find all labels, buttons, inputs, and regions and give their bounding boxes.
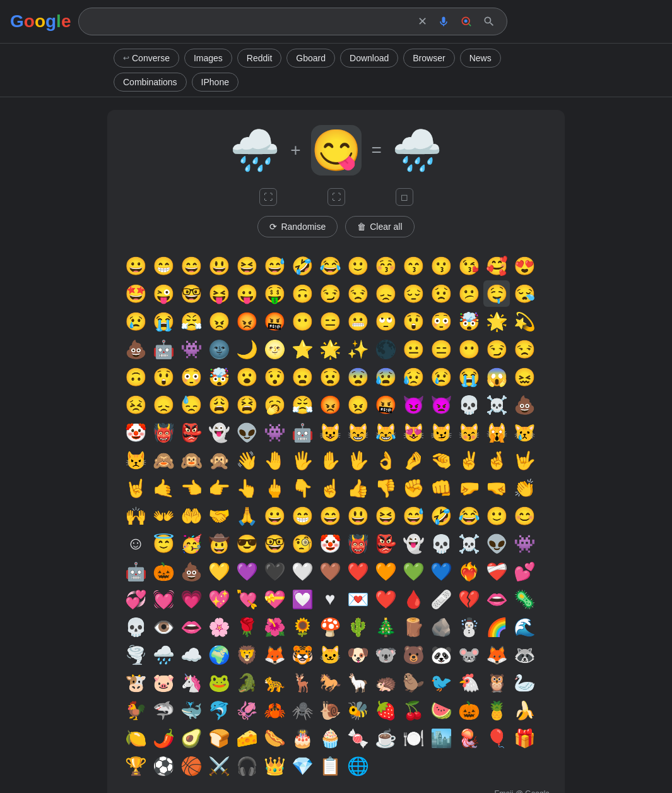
emoji-item[interactable]: 🌻 (289, 614, 315, 640)
emoji-item[interactable]: 💙 (428, 558, 454, 585)
emoji-item[interactable]: 😹 (372, 419, 399, 446)
emoji-item[interactable]: 😭 (150, 308, 177, 335)
emoji-item[interactable]: 💛 (206, 558, 232, 585)
emoji-item[interactable]: 🌐 (345, 753, 371, 779)
emoji-item[interactable]: 💜 (233, 558, 260, 585)
emoji-item[interactable]: 🌙 (233, 336, 260, 362)
emoji-item[interactable]: ⚔️ (206, 753, 232, 779)
emoji-item[interactable]: 🐝 (345, 697, 371, 724)
emoji-item[interactable]: 🦄 (178, 669, 204, 696)
emoji-item[interactable]: 😮 (233, 364, 260, 390)
emoji-item[interactable]: 👁️ (150, 614, 177, 640)
emoji-item[interactable]: 😘 (456, 253, 482, 279)
emoji-item[interactable]: 🤬 (261, 308, 288, 335)
emoji-item[interactable]: 😍 (511, 253, 538, 279)
emoji-item[interactable]: 😅 (400, 503, 427, 529)
emoji-item[interactable]: 😡 (233, 308, 260, 335)
emoji-item[interactable]: 🐌 (317, 697, 343, 724)
emoji-item[interactable]: 💕 (511, 558, 538, 585)
emoji-item[interactable]: 🏙️ (428, 725, 454, 751)
emoji-item[interactable]: 🩹 (428, 586, 454, 612)
emoji-item[interactable]: 😿 (511, 419, 538, 446)
emoji-item[interactable]: 📋 (317, 753, 343, 779)
emoji-item[interactable]: 🍽️ (400, 725, 427, 751)
emoji-item[interactable]: 🥰 (483, 253, 510, 279)
expand-center-btn[interactable]: ⛶ (327, 188, 345, 206)
emoji-item[interactable]: 🤌 (400, 447, 427, 474)
emoji-item[interactable]: 🖕 (261, 475, 288, 501)
emoji-item[interactable]: 😚 (372, 253, 399, 279)
emoji-item[interactable]: 🎁 (511, 725, 538, 751)
nav-pill-images[interactable]: Images (184, 49, 232, 68)
emoji-item[interactable]: 👇 (289, 475, 315, 501)
emoji-item[interactable]: 🦊 (261, 641, 288, 668)
emoji-item[interactable]: 👋 (233, 447, 260, 474)
emoji-item[interactable]: 💀 (122, 614, 149, 640)
emoji-item[interactable]: 💔 (456, 586, 482, 612)
emoji-item[interactable]: 😟 (428, 280, 454, 307)
emoji-item[interactable]: 😯 (261, 364, 288, 390)
emoji-item[interactable]: ☺️ (122, 530, 149, 557)
emoji-item[interactable]: 😛 (233, 280, 260, 307)
nav-pill-gboard[interactable]: Gboard (286, 49, 335, 68)
nav-pill-news[interactable]: News (460, 49, 501, 68)
emoji-item[interactable]: 👎 (372, 475, 399, 501)
emoji-item[interactable]: 🤟 (511, 447, 538, 474)
emoji-item[interactable]: 😔 (400, 280, 427, 307)
emoji-item[interactable]: 🍌 (511, 697, 538, 724)
emoji-center[interactable]: 😋 (311, 125, 362, 176)
emoji-item[interactable]: 🤞 (483, 447, 510, 474)
emoji-item[interactable]: 🦈 (150, 697, 177, 724)
emoji-item[interactable]: 💖 (206, 586, 232, 612)
emoji-item[interactable]: 🤏 (428, 447, 454, 474)
emoji-item[interactable]: ✨ (345, 336, 371, 362)
emoji-item[interactable]: 🙂 (483, 503, 510, 529)
emoji-item[interactable]: 🦙 (345, 669, 371, 696)
emoji-item[interactable]: 🖐️ (289, 447, 315, 474)
emoji-item[interactable]: 🙈 (150, 447, 177, 474)
emoji-item[interactable]: 😬 (345, 308, 371, 335)
emoji-item[interactable]: 😤 (178, 308, 204, 335)
emoji-item[interactable]: 🤲 (178, 503, 204, 529)
emoji-item[interactable]: 😄 (178, 253, 204, 279)
emoji-item[interactable]: 😪 (511, 280, 538, 307)
emoji-item[interactable]: 👏 (511, 475, 538, 501)
emoji-item[interactable]: 💘 (233, 586, 260, 612)
emoji-item[interactable]: 😲 (400, 308, 427, 335)
emoji-item[interactable]: 😎 (233, 530, 260, 557)
emoji-item[interactable]: 🌟 (317, 336, 343, 362)
emoji-item[interactable]: 😠 (206, 308, 232, 335)
emoji-item[interactable]: 🦠 (511, 586, 538, 612)
randomise-button[interactable]: ⟳ Randomise (257, 216, 338, 237)
emoji-item[interactable]: ❤️ (345, 558, 371, 585)
emoji-item[interactable]: 😃 (206, 253, 232, 279)
emoji-item[interactable]: 🤤 (483, 280, 510, 307)
emoji-item[interactable]: 🍬 (345, 725, 371, 751)
emoji-item[interactable]: ☕ (372, 725, 399, 751)
emoji-item[interactable]: 🦉 (483, 669, 510, 696)
nav-pill-browser[interactable]: Browser (403, 49, 454, 68)
emoji-item[interactable]: 🥑 (178, 725, 204, 751)
emoji-item[interactable]: ✊ (400, 475, 427, 501)
emoji-left[interactable]: 🌧️ (230, 125, 280, 176)
emoji-item[interactable]: 😞 (150, 391, 177, 418)
emoji-item[interactable]: ⭐ (289, 336, 315, 362)
emoji-item[interactable]: 🙉 (178, 447, 204, 474)
emoji-item[interactable]: 😅 (261, 253, 288, 279)
emoji-item[interactable]: 😒 (345, 280, 371, 307)
emoji-item[interactable]: 🤯 (456, 308, 482, 335)
emoji-item[interactable]: 👄 (178, 614, 204, 640)
emoji-item[interactable]: 🐯 (289, 641, 315, 668)
emoji-item[interactable]: 🤍 (289, 558, 315, 585)
emoji-item[interactable]: 🤓 (178, 280, 204, 307)
emoji-item[interactable]: 🤡 (122, 419, 149, 446)
emoji-item[interactable]: 🤓 (261, 530, 288, 557)
emoji-item[interactable]: 🥱 (261, 391, 288, 418)
emoji-item[interactable]: ☝️ (317, 475, 343, 501)
emoji-item[interactable]: 🎂 (289, 725, 315, 751)
emoji-item[interactable]: 💫 (511, 308, 538, 335)
emoji-item[interactable]: 🎃 (150, 558, 177, 585)
emoji-item[interactable]: ❤️‍🔥 (456, 558, 482, 585)
nav-pill-reddit[interactable]: Reddit (237, 49, 281, 68)
emoji-item[interactable]: 💩 (511, 391, 538, 418)
